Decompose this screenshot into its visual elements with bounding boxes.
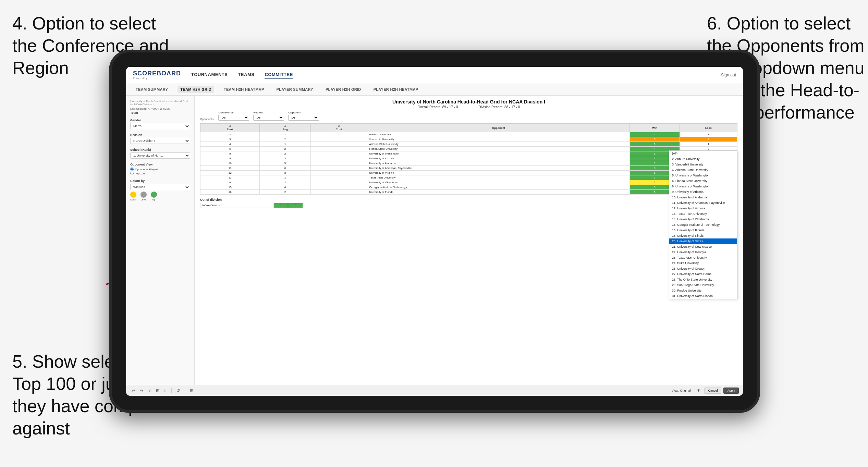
sidebar-division-select[interactable]: NCAA Division I (130, 138, 190, 144)
radio-top100-label: Top 100 (135, 172, 145, 175)
dropdown-item[interactable]: 29. San Diego State University (669, 282, 737, 288)
dropdown-item[interactable]: 9. University of Arizona (669, 189, 737, 195)
cell-conf (310, 175, 367, 180)
cell-rank: 16 (200, 190, 260, 195)
nav-teams[interactable]: TEAMS (238, 71, 254, 79)
tablet-device: SCOREBOARD Powered by ... TOURNAMENTS TE… (109, 50, 760, 413)
dropdown-item[interactable]: 30. Purdue University (669, 288, 737, 293)
cell-reg: 5 (260, 161, 310, 166)
dropdown-item[interactable]: 15. Georgia Institute of Technology (669, 222, 737, 228)
dropdown-item[interactable]: 13. Texas Tech University (669, 211, 737, 217)
opponent-select[interactable]: (All) (288, 115, 319, 121)
opponent-dropdown[interactable]: (All)2. Auburn University3. Vanderbilt U… (669, 150, 737, 299)
toolbar-refresh[interactable]: ↺ (175, 388, 181, 394)
subnav-team-h2h-heatmap[interactable]: TEAM H2H HEATMAP (221, 86, 267, 93)
cell-rank: 4 (200, 142, 260, 147)
cell-loss: 4 (680, 137, 737, 142)
region-select[interactable]: (All) (253, 115, 284, 121)
dropdown-item[interactable]: 27. University of Notre Dame (669, 271, 737, 277)
table-row: 2 1 1 Auburn University 2 1 (200, 132, 737, 137)
cell-conf (310, 151, 367, 156)
toolbar-redo[interactable]: ↪ (138, 388, 145, 394)
dropdown-item[interactable]: 21. University of New Mexico (669, 244, 737, 249)
th-conf: #Conf (310, 124, 367, 132)
toolbar-undo[interactable]: ↩ (130, 388, 136, 394)
cell-reg: 3 (260, 171, 310, 175)
dropdown-item[interactable]: 12. University of Virginia (669, 206, 737, 211)
subnav-player-summary[interactable]: PLAYER SUMMARY (274, 86, 316, 93)
cell-conf (310, 166, 367, 171)
legend-level: Level (140, 192, 147, 201)
nav-signout[interactable]: Sign out (721, 73, 736, 77)
dropdown-item[interactable]: 3. Vanderbilt University (669, 162, 737, 167)
cell-loss: 1 (680, 132, 737, 137)
sidebar-school-select[interactable]: 1. University of Nort... (130, 152, 190, 159)
subnav-player-h2h-grid[interactable]: PLAYER H2H GRID (323, 86, 364, 93)
legend-label-level: Level (141, 198, 147, 201)
table-row: 6 2 Florida State University 4 2 (200, 147, 737, 151)
dropdown-item[interactable]: 28. The Ohio State University (669, 277, 737, 282)
conference-select[interactable]: (All) (218, 115, 249, 121)
dropdown-item[interactable]: 24. Duke University (669, 260, 737, 266)
table-row: 15 4 Georgia Institute of Technology 5 0 (200, 185, 737, 190)
out-of-division-label: Out of division (200, 198, 737, 201)
cell-rank: 11 (200, 166, 260, 171)
dropdown-item[interactable]: 14. University of Oklahoma (669, 217, 737, 222)
cell-reg: 2 (260, 190, 310, 195)
cell-reg: 2 (260, 151, 310, 156)
table-row: 3 2 Vanderbilt University 0 4 (200, 137, 737, 142)
toolbar-copy[interactable]: ⊞ (155, 388, 161, 394)
cell-opponent: University of Washington (367, 151, 630, 156)
dropdown-item[interactable]: 31. University of North Florida (669, 293, 737, 299)
radio-opponents-played[interactable] (130, 168, 134, 171)
table-row: 8 2 University of Washington 1 0 (200, 151, 737, 156)
filters-row: Opponents: Conference (All) Region (All) (200, 111, 737, 121)
dropdown-item[interactable]: 8. University of Washington (669, 184, 737, 189)
sidebar-timestamp: Last Updated: 4/7/2024 16:53:38 (130, 107, 190, 110)
colour-by-select[interactable]: Win/loss (130, 184, 190, 190)
sidebar-team-section: Team (130, 111, 190, 114)
cell-conf (310, 171, 367, 175)
subnav-team-summary[interactable]: TEAM SUMMARY (133, 86, 171, 93)
main-content: University of North Carolina Head-to-Hea… (126, 96, 743, 385)
dropdown-item[interactable]: 20. University of Texas (669, 238, 737, 244)
cell-opponent: Vanderbilt University (367, 137, 630, 142)
dropdown-item[interactable]: 10. University of Alabama (669, 195, 737, 200)
dropdown-item[interactable]: 6. Florida State University (669, 178, 737, 184)
subnav-player-h2h-heatmap[interactable]: PLAYER H2H HEATMAP (371, 86, 421, 93)
radio-top100-row: Top 100 (130, 172, 190, 175)
dropdown-item[interactable]: 4. Arizona State University (669, 167, 737, 173)
region-filter-label: Region (253, 111, 284, 114)
cancel-button[interactable]: Cancel (704, 388, 721, 394)
toolbar-view-icon[interactable]: ⊞ (188, 388, 195, 394)
cell-opponent: University of Alabama (367, 161, 630, 166)
table-header-row: #Rank #Reg #Conf Opponent Win Loss (200, 124, 737, 132)
toolbar-back[interactable]: ◁ (147, 388, 152, 394)
radio-top100[interactable] (130, 172, 134, 175)
apply-button[interactable]: Apply (723, 388, 739, 394)
dropdown-item[interactable]: 25. University of Oregon (669, 266, 737, 271)
cell-rank: 3 (200, 137, 260, 142)
toolbar-eye[interactable]: 👁 (695, 388, 702, 394)
table-row: 16 2 University of Florida 5 (200, 190, 737, 195)
sidebar-gender-select[interactable]: Men's (130, 123, 190, 129)
logo-text: SCOREBOARD (133, 70, 181, 77)
cell-rank: 14 (200, 180, 260, 185)
dropdown-item[interactable]: 23. Texas A&M University (669, 255, 737, 260)
toolbar-paste[interactable]: ⌗ (163, 388, 168, 394)
dropdown-item[interactable]: 18. University of Illinois (669, 233, 737, 238)
nav-tournaments[interactable]: TOURNAMENTS (191, 71, 228, 79)
dropdown-item[interactable]: 5. University of Washington (669, 173, 737, 178)
nav-committee[interactable]: COMMITTEE (265, 71, 293, 79)
cell-reg: 2 (260, 137, 310, 142)
dropdown-item[interactable]: 16. University of Florida (669, 228, 737, 233)
dropdown-item[interactable]: 2. Auburn University (669, 156, 737, 162)
th-opponent: Opponent (367, 124, 630, 132)
table-row: 11 6 University of Arkansas, Fayettevill… (200, 166, 737, 171)
radio-opponents-played-label: Opponents Played (135, 168, 158, 171)
dropdown-item[interactable]: (All) (669, 151, 737, 156)
subnav-team-h2h-grid[interactable]: TEAM H2H GRID (178, 86, 214, 93)
dropdown-item[interactable]: 11. University of Arkansas, Fayetteville (669, 200, 737, 206)
cell-opponent: University of Florida (367, 190, 630, 195)
dropdown-item[interactable]: 22. University of Georgia (669, 249, 737, 255)
